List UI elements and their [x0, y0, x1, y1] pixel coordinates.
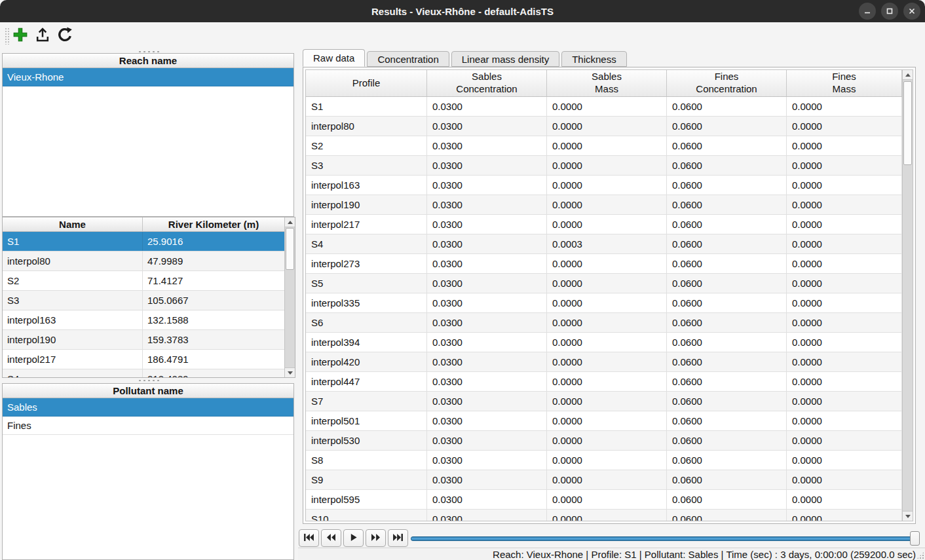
seek-backward-button[interactable]	[321, 529, 341, 547]
tab-thickness[interactable]: Thickness	[561, 51, 627, 67]
table-row[interactable]: S100.03000.00000.06000.0000	[306, 510, 902, 521]
tab-linear-mass-density[interactable]: Linear mass density	[451, 51, 559, 67]
export-button[interactable]	[33, 26, 52, 46]
add-button[interactable]	[10, 26, 30, 46]
table-row[interactable]: interpol5950.03000.00000.06000.0000	[306, 490, 902, 510]
scroll-down-icon[interactable]	[903, 511, 913, 521]
table-cell: 0.0000	[787, 97, 902, 116]
profile-row[interactable]: S271.4127	[3, 271, 284, 291]
scrollbar-thumb[interactable]	[903, 81, 912, 165]
table-row[interactable]: S20.03000.00000.06000.0000	[306, 136, 902, 156]
table-cell: 0.0000	[547, 510, 667, 521]
table-cell: 0.0000	[547, 274, 667, 293]
minimize-button[interactable]	[859, 3, 876, 20]
close-button[interactable]	[903, 3, 920, 20]
header-line: Fines	[715, 71, 739, 83]
table-row[interactable]: interpol800.03000.00000.06000.0000	[306, 117, 902, 136]
table-cell: 0.0000	[547, 293, 667, 312]
table-row[interactable]: interpol4200.03000.00000.06000.0000	[306, 352, 902, 372]
play-button[interactable]	[343, 529, 364, 547]
profiles-scrollbar[interactable]	[284, 217, 295, 377]
profile-row[interactable]: interpol190159.3783	[3, 330, 284, 350]
scrollbar-thumb[interactable]	[286, 228, 294, 270]
profile-row[interactable]: S4213.4089	[3, 369, 284, 377]
table-cell: 0.0000	[547, 195, 667, 214]
profile-km-cell: 159.3783	[143, 330, 284, 349]
table-cell: interpol501	[306, 411, 427, 430]
results-column-header[interactable]: FinesMass	[787, 70, 902, 96]
table-row[interactable]: S90.03000.00000.06000.0000	[306, 470, 902, 490]
table-cell: 0.0000	[547, 431, 667, 450]
pollutant-item[interactable]: Fines	[3, 417, 293, 435]
table-row[interactable]: S60.03000.00000.06000.0000	[306, 313, 902, 333]
splitter-handle[interactable]	[138, 50, 161, 52]
table-cell: 0.0300	[427, 274, 547, 293]
splitter-handle[interactable]	[138, 379, 161, 381]
scroll-up-icon[interactable]	[903, 70, 913, 80]
pollutant-item[interactable]: Sables	[3, 398, 293, 417]
resize-grip[interactable]	[916, 551, 924, 559]
seek-forward-button[interactable]	[366, 529, 386, 547]
tab-bar: Raw dataConcentrationLinear mass density…	[303, 50, 629, 67]
table-row[interactable]: interpol3940.03000.00000.06000.0000	[306, 333, 902, 352]
profile-name-cell: interpol217	[3, 350, 143, 369]
header-line: Concentration	[696, 83, 757, 96]
table-row[interactable]: interpol4470.03000.00000.06000.0000	[306, 372, 902, 392]
scroll-up-icon[interactable]	[285, 217, 295, 227]
toolbar-drag-handle[interactable]	[5, 28, 10, 45]
tab-concentration[interactable]: Concentration	[367, 51, 449, 67]
table-cell: 0.0300	[427, 117, 547, 136]
results-column-header[interactable]: SablesConcentration	[427, 70, 547, 96]
reach-item[interactable]: Vieux-Rhone	[3, 68, 293, 86]
profile-name-cell: S3	[3, 291, 143, 310]
profile-name-cell: interpol80	[3, 252, 143, 271]
table-cell: 0.0000	[547, 176, 667, 195]
table-row[interactable]: S40.03000.00030.06000.0000	[306, 234, 902, 254]
table-cell: 0.0000	[787, 215, 902, 234]
table-row[interactable]: S50.03000.00000.06000.0000	[306, 274, 902, 293]
table-row[interactable]: S30.03000.00000.06000.0000	[306, 156, 902, 176]
table-row[interactable]: interpol5300.03000.00000.06000.0000	[306, 431, 902, 451]
profile-row[interactable]: S125.9016	[3, 232, 284, 252]
table-cell: 0.0000	[547, 215, 667, 234]
table-row[interactable]: S70.03000.00000.06000.0000	[306, 392, 902, 411]
profile-row[interactable]: interpol8047.9989	[3, 252, 284, 271]
scroll-down-icon[interactable]	[285, 367, 295, 377]
table-cell: 0.0300	[427, 293, 547, 312]
time-slider[interactable]	[411, 533, 920, 544]
profiles-column-header[interactable]: River Kilometer (m)	[143, 217, 284, 231]
table-cell: S5	[306, 274, 427, 293]
maximize-button[interactable]	[881, 3, 898, 20]
profile-row[interactable]: interpol217186.4791	[3, 350, 284, 369]
header-line: Fines	[832, 71, 856, 83]
results-column-header[interactable]: FinesConcentration	[667, 70, 787, 96]
table-cell: interpol163	[306, 176, 427, 195]
play-icon	[348, 532, 359, 544]
table-cell: 0.0600	[667, 117, 787, 136]
table-cell: S7	[306, 392, 427, 411]
profile-row[interactable]: interpol163132.1588	[3, 310, 284, 330]
results-column-header[interactable]: SablesMass	[547, 70, 667, 96]
table-row[interactable]: interpol1630.03000.00000.06000.0000	[306, 176, 902, 195]
table-row[interactable]: interpol3350.03000.00000.06000.0000	[306, 293, 902, 313]
table-row[interactable]: S10.03000.00000.06000.0000	[306, 97, 902, 117]
profile-name-cell: S2	[3, 271, 143, 290]
table-row[interactable]: interpol2170.03000.00000.06000.0000	[306, 215, 902, 234]
table-cell: 0.0300	[427, 195, 547, 214]
profile-row[interactable]: S3105.0667	[3, 291, 284, 310]
profile-km-cell: 132.1588	[143, 310, 284, 329]
refresh-button[interactable]	[55, 26, 75, 46]
table-row[interactable]: interpol1900.03000.00000.06000.0000	[306, 195, 902, 215]
profile-name-cell: interpol163	[3, 310, 143, 329]
results-scrollbar[interactable]	[902, 70, 913, 521]
table-cell: interpol80	[306, 117, 427, 136]
table-row[interactable]: interpol2730.03000.00000.06000.0000	[306, 254, 902, 274]
skip-backward-button[interactable]	[299, 529, 319, 547]
results-column-header[interactable]: Profile	[306, 70, 427, 96]
time-slider-handle[interactable]	[910, 531, 920, 546]
profiles-column-header[interactable]: Name	[3, 217, 143, 231]
table-row[interactable]: interpol5010.03000.00000.06000.0000	[306, 411, 902, 431]
tab-raw-data[interactable]: Raw data	[303, 49, 365, 67]
skip-forward-button[interactable]	[388, 529, 408, 547]
table-row[interactable]: S80.03000.00000.06000.0000	[306, 451, 902, 470]
